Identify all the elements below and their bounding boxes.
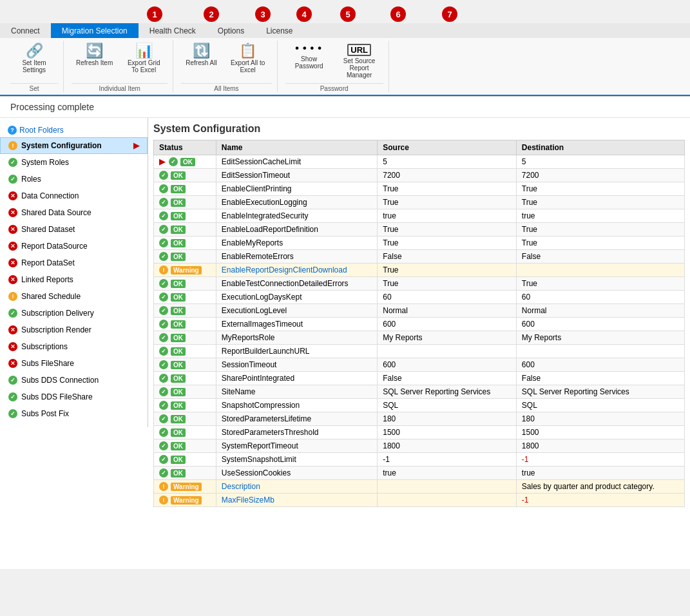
sidebar-item-system-roles[interactable]: ✓ System Roles: [0, 154, 148, 171]
subs-dds-connection-status-icon: ✓: [8, 376, 17, 385]
set-item-settings-label: Set Item Settings: [15, 59, 53, 73]
sidebar-root-folders[interactable]: ? Root Folders: [0, 123, 148, 137]
ok-status-icon: ✓: [159, 333, 168, 342]
sidebar-item-shared-data-source[interactable]: ✕ Shared Data Source: [0, 204, 148, 221]
source-cell: true: [378, 467, 517, 480]
name-cell: MaxFileSizeMb: [216, 494, 377, 507]
report-dataset-status-icon: ✕: [8, 258, 17, 267]
col-header-name: Name: [216, 140, 377, 155]
name-cell: ReportBuilderLaunchURL: [216, 345, 377, 358]
ok-status-icon: ✓: [159, 252, 168, 261]
source-cell: False: [378, 372, 517, 385]
warning-status-icon: !: [159, 265, 168, 274]
ok-status-icon: ✓: [159, 293, 168, 302]
table-row: ✓OKEnableExecutionLoggingTrueTrue: [154, 196, 685, 209]
sidebar-item-subs-dds-fileshare-label: Subs DDS FileShare: [21, 392, 93, 401]
sidebar-item-subscription-render[interactable]: ✕ Subscription Render: [0, 322, 148, 338]
ok-status-icon: ✓: [159, 401, 168, 410]
sidebar-item-subs-fileshare[interactable]: ✕ Subs FileShare: [0, 355, 148, 372]
processing-text: Processing complete: [10, 102, 94, 112]
tab-options[interactable]: Options: [207, 23, 255, 38]
sidebar-item-report-dataset[interactable]: ✕ Report DataSet: [0, 255, 148, 271]
shared-dataset-status-icon: ✕: [8, 225, 17, 234]
ok-tag: OK: [171, 239, 186, 247]
ok-tag: OK: [171, 334, 186, 342]
export-grid-to-excel-button[interactable]: 📊 Export Grid To Excel: [120, 41, 168, 82]
ribbon-password-group-label: Password: [285, 83, 383, 92]
ok-status-icon: ✓: [159, 211, 168, 220]
table-row: ✓OKSessionTimeout600600: [154, 358, 685, 372]
tab-connect[interactable]: Connect: [0, 23, 51, 38]
sidebar-item-report-datasource[interactable]: ✕ Report DataSource: [0, 238, 148, 255]
ok-status-icon: ✓: [159, 360, 168, 369]
source-cell: 1800: [378, 439, 517, 453]
refresh-item-icon: 🔄: [86, 44, 103, 58]
status-cell: ✓OK: [154, 426, 216, 439]
refresh-item-button[interactable]: 🔄 Refresh Item: [72, 41, 117, 82]
sidebar-item-subs-post-fix[interactable]: ✓ Subs Post Fix: [0, 405, 148, 422]
export-all-to-excel-button[interactable]: 📋 Export All to Excel: [224, 41, 272, 82]
source-cell: SQL Server Reporting Services: [378, 385, 517, 399]
ok-status-icon: ✓: [159, 455, 168, 464]
row-arrow-indicator: ▶: [159, 157, 165, 166]
sidebar-item-system-configuration[interactable]: ! System Configuration ▶: [0, 137, 148, 154]
ok-status-icon: ✓: [159, 374, 168, 383]
ok-tag: OK: [171, 401, 186, 410]
ribbon-group-password: •••• Show Password URL Set Source Report…: [280, 41, 389, 92]
export-all-label: Export All to Excel: [229, 59, 267, 73]
status-cell: ✓OK: [154, 412, 216, 426]
data-table: Status Name Source Destination ▶✓OKEditS…: [153, 140, 685, 507]
sidebar-item-roles[interactable]: ✓ Roles: [0, 171, 148, 188]
name-cell: ExternalImagesTimeout: [216, 318, 377, 331]
ribbon-individual-item-group-label: Individual Item: [72, 83, 168, 92]
sidebar-item-subs-dds-fileshare[interactable]: ✓ Subs DDS FileShare: [0, 389, 148, 405]
source-cell: 600: [378, 318, 517, 331]
ok-status-icon: ✓: [159, 184, 168, 193]
badge-2: 2: [204, 6, 219, 22]
sidebar-item-roles-label: Roles: [21, 175, 41, 184]
col-header-source: Source: [378, 140, 517, 155]
tab-migration-selection[interactable]: Migration Selection: [51, 23, 139, 38]
table-row: ✓OKMyReportsRoleMy ReportsMy Reports: [154, 331, 685, 345]
table-row: ✓OKExecutionLogLevelNormalNormal: [154, 304, 685, 318]
sidebar-item-subscriptions[interactable]: ✕ Subscriptions: [0, 338, 148, 355]
sidebar-item-shared-schedule[interactable]: ! Shared Schedule: [0, 288, 148, 305]
sidebar-item-linked-reports[interactable]: ✕ Linked Reports: [0, 271, 148, 288]
destination-cell: SQL: [516, 399, 684, 412]
sidebar-item-subs-dds-connection[interactable]: ✓ Subs DDS Connection: [0, 372, 148, 389]
destination-cell: true: [516, 467, 684, 480]
ok-tag: OK: [171, 198, 186, 207]
name-cell: ExecutionLogDaysKept: [216, 291, 377, 304]
set-source-report-manager-button[interactable]: URL Set Source Report Manager: [336, 41, 383, 82]
source-cell: [378, 480, 517, 494]
status-cell: !Warning: [154, 494, 216, 507]
ok-status-icon: ✓: [159, 414, 168, 423]
toolbar-tabs: Connect Migration Selection Health Check…: [0, 23, 690, 38]
badge-row: 1 2 3 4 5 6 7: [0, 5, 690, 23]
show-password-label: Show Password: [290, 55, 329, 70]
name-cell: UseSessionCookies: [216, 467, 377, 480]
status-cell: !Warning: [154, 480, 216, 494]
tab-license[interactable]: License: [255, 23, 303, 38]
tab-health-check[interactable]: Health Check: [139, 23, 207, 38]
show-password-button[interactable]: •••• Show Password: [285, 41, 333, 82]
refresh-all-button[interactable]: 🔃 Refresh All: [181, 41, 221, 82]
badge-7: 7: [442, 6, 457, 22]
ok-tag: OK: [171, 428, 186, 437]
destination-cell: Normal: [516, 304, 684, 318]
content-area: System Configuration Status Name Source …: [148, 118, 690, 569]
root-folders-label: Root Folders: [19, 126, 64, 135]
table-row: ✓OKSnapshotCompressionSQLSQL: [154, 399, 685, 412]
sidebar-item-subscription-delivery[interactable]: ✓ Subscription Delivery: [0, 305, 148, 322]
set-item-settings-button[interactable]: 🔗 Set Item Settings: [10, 41, 58, 82]
status-cell: ✓OK: [154, 304, 216, 318]
ok-status-icon: ✓: [159, 306, 168, 315]
source-cell: [378, 494, 517, 507]
sidebar-item-data-connection[interactable]: ✕ Data Connection: [0, 188, 148, 204]
ok-tag: OK: [171, 293, 186, 302]
status-cell: ✓OK: [154, 250, 216, 264]
destination-cell: 1800: [516, 439, 684, 453]
sidebar-item-shared-dataset[interactable]: ✕ Shared Dataset: [0, 221, 148, 238]
name-cell: EnableMyReports: [216, 236, 377, 250]
name-cell: SystemReportTimeout: [216, 439, 377, 453]
